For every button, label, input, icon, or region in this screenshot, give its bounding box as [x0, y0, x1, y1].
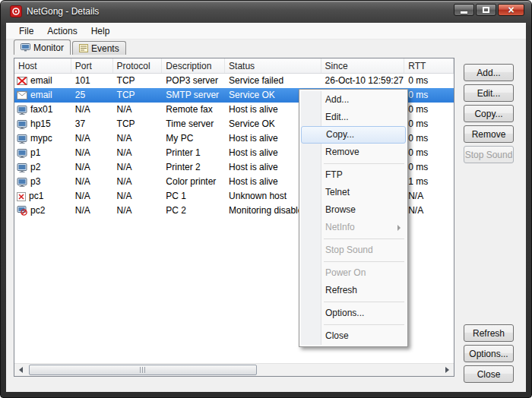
window-controls [454, 4, 524, 16]
close-icon [508, 3, 514, 17]
edit-button[interactable]: Edit... [464, 84, 514, 102]
cell-port: N/A [71, 189, 113, 204]
context-menu-item-remove[interactable]: Remove [301, 144, 406, 161]
close-window-button[interactable] [498, 4, 524, 16]
context-menu: Add...Edit...Copy...RemoveFTPTelnetBrows… [299, 89, 408, 347]
column-header-description[interactable]: Description [162, 58, 225, 73]
scroll-left-button[interactable] [14, 364, 27, 376]
minimize-button[interactable] [454, 4, 474, 16]
context-menu-item-telnet[interactable]: Telnet [301, 184, 406, 201]
stop-sound-button[interactable]: Stop Sound [464, 146, 514, 163]
netgong-app-icon [10, 5, 22, 17]
cell-protocol: TCP [113, 74, 163, 88]
cell-host: pc1 [14, 189, 71, 204]
column-header-rtt[interactable]: RTT [404, 58, 454, 73]
menu-item-label: Power On [325, 267, 366, 278]
context-menu-items: Add...Edit...Copy...RemoveFTPTelnetBrows… [301, 91, 406, 345]
menu-item-label: Add... [325, 94, 349, 105]
menu-item-label: Remove [325, 147, 359, 157]
cell-rtt: N/A [404, 204, 454, 218]
host-label: pc1 [29, 189, 43, 204]
context-menu-item-copy[interactable]: Copy... [301, 126, 406, 144]
cell-rtt: 0 ms [404, 74, 454, 88]
context-menu-item-power-on[interactable]: Power On [301, 264, 406, 282]
side-button-panel: Add...Edit...Copy...RemoveStop SoundRefr… [464, 23, 517, 392]
menu-separator [324, 238, 404, 239]
cell-host: pc2 [14, 204, 71, 218]
column-header-status[interactable]: Status [225, 58, 321, 73]
mail-icon [17, 91, 27, 100]
cell-protocol: N/A [113, 175, 163, 189]
cell-protocol: N/A [113, 103, 163, 117]
menu-separator [324, 302, 404, 302]
maximize-button[interactable] [476, 4, 496, 16]
host-label: mypc [30, 131, 52, 146]
host-label: p2 [30, 160, 40, 175]
menu-separator [324, 163, 404, 164]
device-icon [17, 178, 27, 187]
host-label: fax01 [30, 103, 52, 117]
menu-item-label: Telnet [325, 187, 350, 197]
title-bar[interactable]: NetGong - Details [0, 0, 532, 23]
table-row-email[interactable]: email101TCPPOP3 serverService failed26-O… [14, 74, 454, 88]
horizontal-scrollbar[interactable] [14, 363, 454, 376]
cell-description: Printer 2 [162, 160, 225, 175]
cell-port: 37 [71, 117, 113, 131]
context-menu-item-close[interactable]: Close [301, 327, 406, 345]
column-header-port[interactable]: Port [71, 58, 113, 73]
tab-strip: MonitorEvents [14, 39, 126, 55]
cell-protocol: N/A [113, 204, 163, 218]
cell-rtt: 0 ms [404, 131, 454, 146]
cell-host: p3 [14, 175, 71, 189]
menu-item-actions[interactable]: Actions [40, 24, 84, 39]
mail-error-icon [17, 77, 27, 85]
context-menu-item-stop-sound[interactable]: Stop Sound [301, 242, 406, 259]
column-header-host[interactable]: Host [14, 58, 71, 73]
menu-item-label: Stop Sound [325, 245, 373, 255]
add-button[interactable]: Add... [464, 64, 514, 81]
cell-protocol: N/A [113, 189, 163, 204]
context-menu-item-options[interactable]: Options... [301, 305, 406, 322]
menu-separator [324, 324, 404, 325]
tab-events[interactable]: Events [72, 41, 126, 55]
copy-button[interactable]: Copy... [464, 105, 514, 122]
column-header-protocol[interactable]: Protocol [113, 58, 163, 73]
remove-button[interactable]: Remove [464, 125, 514, 143]
listview-header: HostPortProtocolDescriptionStatusSinceRT… [14, 58, 454, 74]
options-button[interactable]: Options... [464, 345, 514, 362]
cell-rtt: 0 ms [404, 103, 454, 117]
column-header-since[interactable]: Since [321, 58, 405, 73]
cell-port: N/A [71, 131, 113, 146]
cell-description: POP3 server [162, 74, 225, 88]
menu-item-help[interactable]: Help [84, 24, 117, 39]
cell-port: N/A [71, 204, 113, 218]
context-menu-item-refresh[interactable]: Refresh [301, 282, 406, 299]
context-menu-item-edit[interactable]: Edit... [301, 109, 406, 126]
monitor-tab-icon [21, 43, 30, 52]
context-menu-item-ftp[interactable]: FTP [301, 166, 406, 184]
menu-item-label: Browse [325, 204, 356, 215]
context-menu-item-add[interactable]: Add... [301, 91, 406, 109]
menu-item-label: FTP [325, 169, 343, 180]
tab-label: Monitor [33, 43, 64, 53]
context-menu-item-browse[interactable]: Browse [301, 201, 406, 219]
device-icon [17, 149, 27, 158]
menu-item-file[interactable]: File [12, 24, 40, 39]
cell-since: 26-Oct-10 12:59:27 [321, 74, 405, 88]
menu-item-label: NetInfo [325, 222, 355, 232]
menu-item-label: Close [325, 330, 349, 341]
device-icon [17, 120, 27, 129]
refresh-button[interactable]: Refresh [464, 324, 514, 342]
close-button[interactable]: Close [464, 365, 514, 383]
menu-bar: FileActionsHelp [6, 23, 526, 39]
scroll-track[interactable] [27, 364, 441, 376]
menu-item-label: Copy... [326, 129, 354, 140]
host-label: p3 [30, 175, 40, 189]
scroll-right-button[interactable] [441, 364, 454, 376]
context-menu-item-netinfo[interactable]: NetInfo [301, 219, 406, 236]
menu-separator [324, 261, 404, 262]
tab-monitor[interactable]: Monitor [14, 39, 71, 55]
submenu-arrow-icon [397, 225, 401, 231]
thumb-grip-icon [140, 367, 146, 373]
scroll-thumb[interactable] [29, 365, 257, 375]
